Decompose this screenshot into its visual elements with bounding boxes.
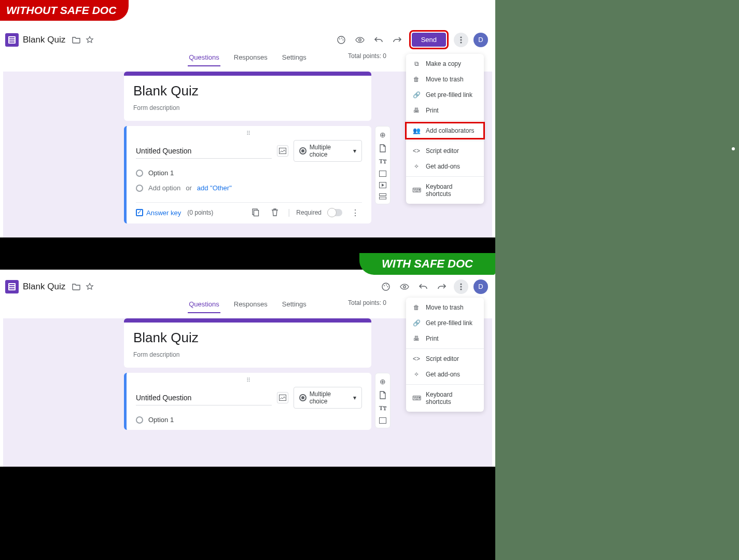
menu-get-addons[interactable]: ✧Get add-ons (406, 367, 484, 382)
menu-script-editor[interactable]: <>Script editor (406, 143, 484, 159)
answer-key-button[interactable]: Answer key (136, 209, 181, 217)
menu-add-collaborators[interactable]: 👥Add collaborators (406, 123, 484, 138)
video-icon[interactable] (379, 182, 386, 188)
print-icon: 🖶 (412, 335, 421, 342)
doc-title[interactable]: Blank Quiz (23, 35, 65, 45)
star-icon[interactable] (85, 35, 94, 45)
svg-point-15 (382, 283, 389, 290)
menu-move-trash[interactable]: 🗑Move to trash (406, 300, 484, 315)
text-icon[interactable]: Tᴛ (379, 404, 387, 412)
badge-with: WITH SAFE DOC (359, 253, 495, 275)
svg-point-1 (339, 38, 340, 39)
option-1-label[interactable]: Option 1 (148, 416, 174, 424)
question-type-select[interactable]: Multiple choice ▾ (294, 140, 362, 162)
forms-logo-icon[interactable] (5, 280, 19, 293)
svg-rect-24 (380, 418, 386, 424)
menu-get-addons[interactable]: ✧Get add-ons (406, 159, 484, 174)
send-button[interactable]: Send (412, 33, 446, 47)
image-tool-icon[interactable] (379, 417, 386, 424)
tab-questions[interactable]: Questions (188, 298, 220, 313)
addon-icon: ✧ (412, 163, 421, 170)
add-other-link[interactable]: add "Other" (197, 184, 232, 192)
trash-icon[interactable] (270, 208, 280, 217)
undo-icon[interactable] (419, 282, 428, 291)
code-icon: <> (412, 355, 421, 362)
question-card[interactable]: ⠿ Multiple choice ▾ Option 1 Add option (124, 126, 371, 223)
menu-print[interactable]: 🖶Print (406, 103, 484, 118)
drag-handle-icon[interactable]: ⠿ (136, 377, 362, 384)
title-card[interactable]: Blank Quiz Form description (124, 318, 371, 368)
palette-icon[interactable] (381, 282, 391, 291)
copy-icon[interactable] (250, 208, 260, 217)
image-icon[interactable] (277, 145, 288, 157)
menu-shortcuts[interactable]: ⌨Keyboard shortcuts (406, 387, 484, 410)
tab-settings[interactable]: Settings (281, 298, 308, 313)
doc-title[interactable]: Blank Quiz (23, 282, 65, 292)
link-icon: 🔗 (412, 91, 421, 99)
avatar[interactable]: D (473, 279, 488, 294)
question-title-input[interactable] (136, 144, 272, 159)
add-question-icon[interactable]: ⊕ (380, 377, 386, 386)
trash-icon: 🗑 (412, 304, 421, 311)
more-button[interactable] (454, 33, 468, 47)
redo-icon[interactable] (393, 35, 402, 45)
section-icon[interactable] (379, 193, 386, 200)
carousel-dot (732, 147, 735, 150)
menu-move-trash[interactable]: 🗑Move to trash (406, 72, 484, 87)
menu-print[interactable]: 🖶Print (406, 331, 484, 346)
tab-settings[interactable]: Settings (281, 51, 308, 66)
required-toggle[interactable] (328, 209, 342, 216)
drag-handle-icon[interactable]: ⠿ (136, 130, 362, 137)
import-icon[interactable] (379, 144, 386, 152)
question-type-select[interactable]: Multiple choice ▾ (294, 387, 362, 409)
star-icon[interactable] (85, 282, 94, 291)
tab-responses[interactable]: Responses (233, 298, 269, 313)
folder-icon[interactable] (72, 35, 81, 45)
undo-icon[interactable] (374, 35, 383, 45)
svg-point-5 (460, 36, 462, 38)
question-title-input[interactable] (136, 390, 272, 405)
avatar[interactable]: D (473, 33, 488, 47)
svg-point-16 (384, 285, 385, 286)
side-toolbar: ⊕ Tᴛ (375, 126, 391, 204)
option-1-label[interactable]: Option 1 (148, 169, 174, 177)
eye-icon[interactable] (400, 282, 409, 291)
folder-icon[interactable] (72, 282, 81, 291)
tab-responses[interactable]: Responses (233, 51, 269, 66)
question-card[interactable]: ⠿ Multiple choice ▾ Option 1 ⊕ Tᴛ (124, 373, 371, 430)
image-icon[interactable] (277, 392, 288, 403)
redo-icon[interactable] (437, 282, 447, 291)
more-button[interactable] (454, 279, 468, 294)
points-label: (0 points) (187, 209, 213, 216)
image-tool-icon[interactable] (379, 171, 386, 177)
form-description[interactable]: Form description (133, 104, 362, 111)
tab-questions[interactable]: Questions (188, 51, 220, 66)
option-row-1[interactable]: Option 1 (136, 169, 362, 177)
forms-logo-icon[interactable] (5, 33, 19, 47)
form-title[interactable]: Blank Quiz (133, 83, 362, 99)
svg-point-0 (338, 36, 345, 44)
title-card[interactable]: Blank Quiz Form description (124, 72, 371, 121)
menu-make-copy[interactable]: ⧉Make a copy (406, 56, 484, 72)
required-label: Required (296, 209, 322, 216)
menu-shortcuts[interactable]: ⌨Keyboard shortcuts (406, 179, 484, 202)
toolbar-right: D (379, 279, 492, 294)
right-green-sidebar (495, 0, 739, 560)
menu-script-editor[interactable]: <>Script editor (406, 351, 484, 367)
add-option-row[interactable]: Add option or add "Other" (136, 184, 362, 192)
add-question-icon[interactable]: ⊕ (380, 131, 386, 139)
palette-icon[interactable] (337, 35, 346, 45)
radio-icon (136, 170, 143, 177)
text-icon[interactable]: Tᴛ (379, 158, 387, 165)
menu-prefilled[interactable]: 🔗Get pre-filled link (406, 87, 484, 103)
form-description[interactable]: Form description (133, 351, 362, 358)
more-vert-icon[interactable]: ⋮ (351, 208, 360, 217)
svg-point-19 (403, 285, 406, 288)
menu-prefilled[interactable]: 🔗Get pre-filled link (406, 315, 484, 331)
add-option-text[interactable]: Add option (148, 184, 180, 192)
trash-icon: 🗑 (412, 76, 421, 83)
option-row-1[interactable]: Option 1 (136, 416, 362, 424)
import-icon[interactable] (379, 391, 386, 399)
form-title[interactable]: Blank Quiz (133, 330, 362, 346)
eye-icon[interactable] (355, 35, 365, 45)
